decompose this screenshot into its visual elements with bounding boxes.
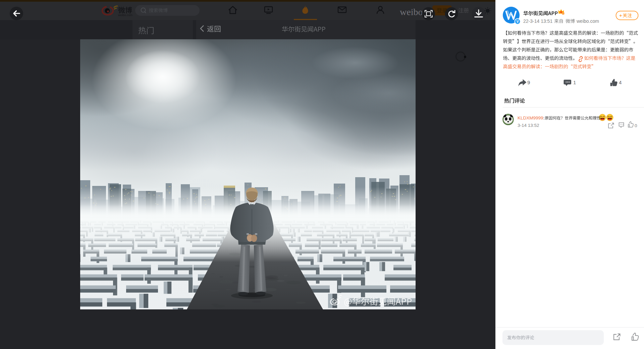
svg-text:+: +	[619, 12, 622, 18]
svg-text::: :	[543, 115, 545, 120]
svg-text:1: 1	[573, 80, 576, 85]
svg-text:3-14 13:52: 3-14 13:52	[518, 123, 539, 128]
svg-text:6: 6	[562, 12, 564, 14]
svg-text:weibo.com: weibo.com	[576, 18, 599, 24]
svg-text:V: V	[517, 20, 519, 23]
svg-text:weibo.com: weibo.com	[118, 13, 132, 17]
svg-text:22-3-14 13:51: 22-3-14 13:51	[523, 18, 552, 24]
svg-text:9: 9	[527, 80, 530, 85]
svg-text:0: 0	[635, 123, 637, 128]
svg-text:weibo: weibo	[400, 7, 423, 17]
svg-text:KLDXM9999: KLDXM9999	[518, 115, 543, 120]
svg-text:4: 4	[619, 80, 622, 85]
